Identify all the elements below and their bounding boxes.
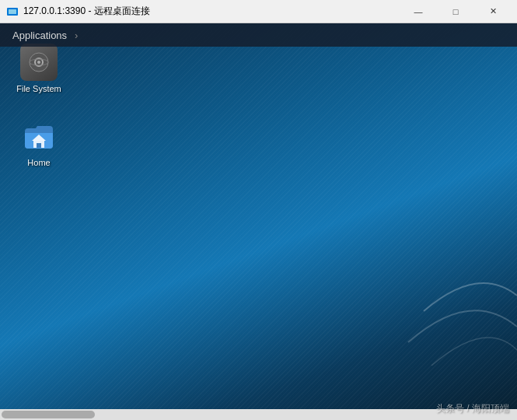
maximize-button[interactable]: □ — [438, 0, 473, 23]
svg-rect-8 — [37, 143, 41, 148]
home-label: Home — [27, 158, 50, 168]
filesystem-icon-image — [20, 44, 58, 81]
title-bar-icon — [6, 5, 19, 18]
desktop: Applications › File System — [0, 23, 517, 420]
filesystem-label: File System — [16, 84, 61, 94]
menubar: Applications › — [0, 23, 517, 47]
remote-desktop-window: Applications › File System — [0, 23, 517, 420]
watermark: 头条号 / 海阳顶端 — [436, 402, 509, 415]
applications-menu[interactable]: Applications — [6, 26, 73, 44]
home-icon[interactable]: Home — [8, 113, 70, 173]
svg-rect-1 — [9, 9, 16, 14]
close-button[interactable]: ✕ — [475, 0, 511, 23]
title-bar-buttons: — □ ✕ — [400, 0, 511, 23]
scrollbar-thumb[interactable] — [2, 411, 95, 418]
svg-point-4 — [37, 61, 40, 64]
minimize-button[interactable]: — — [400, 0, 436, 23]
title-bar-text: 127.0.0.1:3390 - 远程桌面连接 — [23, 5, 400, 18]
title-bar: 127.0.0.1:3390 - 远程桌面连接 — □ ✕ — [0, 0, 517, 23]
menu-separator: › — [73, 26, 79, 44]
home-icon-image — [20, 117, 58, 155]
filesystem-icon[interactable]: File System — [8, 39, 70, 99]
desktop-area: File System — [0, 23, 517, 420]
